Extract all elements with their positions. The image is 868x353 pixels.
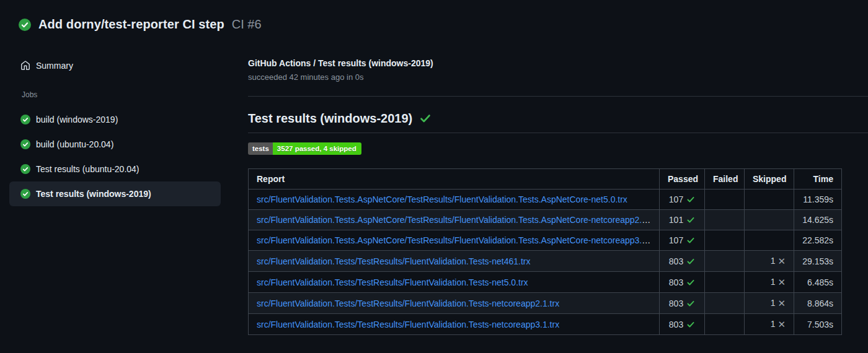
- report-link[interactable]: src/FluentValidation.Tests/TestResults/F…: [257, 320, 559, 329]
- skipped-cell: ✕: [745, 230, 794, 251]
- report-heading: Test results (windows-2019): [248, 109, 868, 133]
- home-icon: [20, 61, 30, 71]
- passed-check-icon: [686, 257, 695, 266]
- time-value: 14.625s: [794, 210, 842, 230]
- passed-check-icon: [686, 216, 695, 224]
- passed-count: 803: [669, 320, 683, 329]
- skipped-count: 1: [771, 277, 776, 287]
- passed-count: 107: [669, 194, 683, 204]
- table-row: src/FluentValidation.Tests/TestResults/F…: [249, 251, 842, 272]
- passed-check-icon: [686, 236, 695, 245]
- sidebar-item-job[interactable]: build (ubuntu-20.04): [9, 132, 221, 157]
- time-value: 29.153s: [794, 251, 842, 272]
- skipped-cell: 1✕: [745, 314, 794, 335]
- job-label: Test results (windows-2019): [36, 189, 151, 199]
- passed-count: 101: [669, 215, 683, 225]
- failed-cell: [705, 272, 745, 293]
- passed-cell: 101: [660, 210, 705, 230]
- table-row: src/FluentValidation.Tests.AspNetCore/Te…: [249, 210, 842, 230]
- job-success-icon: [20, 164, 30, 174]
- passed-count: 803: [669, 299, 683, 308]
- header-divider: [248, 96, 868, 97]
- badge-value: 3527 passed, 4 skipped: [273, 142, 361, 155]
- skipped-cell: 1✕: [745, 251, 794, 272]
- time-value: 8.864s: [794, 293, 842, 314]
- report-link[interactable]: src/FluentValidation.Tests.AspNetCore/Te…: [257, 235, 658, 245]
- passed-count: 107: [669, 235, 683, 245]
- table-row: src/FluentValidation.Tests.AspNetCore/Te…: [249, 190, 842, 210]
- passed-cell: 803: [660, 251, 705, 272]
- failed-cell: [705, 210, 745, 230]
- sidebar-summary-label: Summary: [36, 61, 73, 71]
- workflow-run-title: Add dorny/test-reporter CI step: [38, 17, 224, 32]
- workflow-run-header: Add dorny/test-reporter CI step CI #6: [19, 17, 262, 32]
- passed-cell: 803: [660, 293, 705, 314]
- passed-cell: 107: [660, 190, 705, 210]
- skipped-x-icon: ✕: [777, 298, 786, 308]
- table-row: src/FluentValidation.Tests.AspNetCore/Te…: [249, 230, 842, 251]
- check-run-status-text: succeeded 42 minutes ago in 0s: [248, 72, 868, 83]
- column-header-time: Time: [794, 169, 842, 190]
- job-label: build (ubuntu-20.04): [36, 139, 113, 149]
- skipped-cell: ✕: [745, 190, 794, 210]
- jobs-sidebar: Summary Jobs build (windows-2019) build …: [9, 54, 221, 206]
- report-heading-text: Test results (windows-2019): [248, 109, 412, 128]
- time-value: 22.582s: [794, 230, 842, 251]
- passed-cell: 803: [660, 314, 705, 335]
- skipped-count: 1: [771, 319, 776, 329]
- sidebar-item-job[interactable]: build (windows-2019): [9, 107, 221, 132]
- time-value: 11.359s: [794, 190, 842, 210]
- column-header-report: Report: [249, 169, 660, 190]
- skipped-cell: ✕: [745, 210, 794, 230]
- report-link[interactable]: src/FluentValidation.Tests/TestResults/F…: [257, 277, 528, 287]
- time-value: 6.485s: [794, 272, 842, 293]
- passed-check-icon: [686, 320, 695, 329]
- skipped-cell: 1✕: [745, 293, 794, 314]
- job-label: Test results (ubuntu-20.04): [36, 164, 140, 174]
- skipped-count: 1: [771, 298, 776, 308]
- table-row: src/FluentValidation.Tests/TestResults/F…: [249, 314, 842, 335]
- report-cell: src/FluentValidation.Tests.AspNetCore/Te…: [249, 210, 660, 230]
- check-run-panel: GitHub Actions / Test results (windows-2…: [248, 57, 868, 335]
- table-header-row: Report Passed Failed Skipped Time: [249, 169, 842, 190]
- tests-badge: tests 3527 passed, 4 skipped: [248, 142, 361, 155]
- report-cell: src/FluentValidation.Tests.AspNetCore/Te…: [249, 230, 660, 251]
- report-cell: src/FluentValidation.Tests/TestResults/F…: [249, 272, 660, 293]
- job-success-icon: [20, 189, 30, 199]
- failed-cell: [705, 314, 745, 335]
- passed-check-icon: [686, 278, 695, 287]
- job-label: build (windows-2019): [36, 115, 118, 124]
- report-cell: src/FluentValidation.Tests/TestResults/F…: [249, 314, 660, 335]
- passed-cell: 107: [660, 230, 705, 251]
- badge-label: tests: [248, 142, 273, 155]
- results-table: Report Passed Failed Skipped Time src/Fl…: [248, 168, 842, 335]
- failed-cell: [705, 190, 745, 210]
- sidebar-item-job[interactable]: Test results (ubuntu-20.04): [9, 157, 221, 181]
- time-value: 7.503s: [794, 314, 842, 335]
- failed-cell: [705, 293, 745, 314]
- report-link[interactable]: src/FluentValidation.Tests/TestResults/F…: [257, 299, 559, 308]
- table-row: src/FluentValidation.Tests/TestResults/F…: [249, 293, 842, 314]
- table-row: src/FluentValidation.Tests/TestResults/F…: [249, 272, 842, 293]
- report-link[interactable]: src/FluentValidation.Tests/TestResults/F…: [257, 256, 530, 266]
- success-check-circle-icon: [19, 19, 31, 31]
- jobs-list: build (windows-2019) build (ubuntu-20.04…: [9, 107, 221, 206]
- passed-cell: 803: [660, 272, 705, 293]
- report-cell: src/FluentValidation.Tests.AspNetCore/Te…: [249, 190, 660, 210]
- passed-check-icon: [686, 299, 695, 308]
- sidebar-item-summary[interactable]: Summary: [9, 54, 221, 77]
- check-run-title: GitHub Actions / Test results (windows-2…: [248, 57, 868, 69]
- skipped-x-icon: ✕: [777, 319, 786, 329]
- sidebar-item-job[interactable]: Test results (windows-2019): [9, 181, 221, 206]
- report-link[interactable]: src/FluentValidation.Tests.AspNetCore/Te…: [257, 215, 658, 225]
- skipped-x-icon: ✕: [777, 277, 786, 287]
- skipped-cell: 1✕: [745, 272, 794, 293]
- report-cell: src/FluentValidation.Tests/TestResults/F…: [249, 251, 660, 272]
- column-header-passed: Passed: [660, 169, 705, 190]
- report-link[interactable]: src/FluentValidation.Tests.AspNetCore/Te…: [257, 194, 627, 204]
- column-header-failed: Failed: [705, 169, 745, 190]
- column-header-skipped: Skipped: [745, 169, 794, 190]
- skipped-x-icon: ✕: [777, 256, 786, 266]
- passed-check-icon: [686, 195, 695, 204]
- failed-cell: [705, 251, 745, 272]
